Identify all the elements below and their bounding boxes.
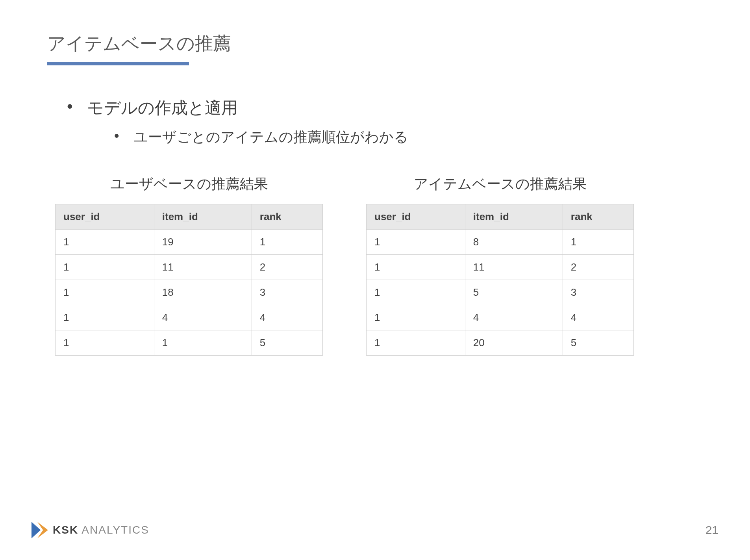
table-cell: 8 [465, 230, 563, 255]
table-row: 1 8 1 [367, 230, 634, 255]
logo-mark-icon [31, 522, 48, 538]
table-cell: 4 [154, 305, 252, 330]
table-block-left: ユーザベースの推薦結果 user_id item_id rank 1 19 1 [55, 174, 323, 356]
table-row: 1 20 5 [367, 330, 634, 356]
slide: アイテムベースの推薦 • モデルの作成と適用 • ユーザごとのアイテムの推薦順位… [0, 0, 750, 560]
bullet-list: • モデルの作成と適用 • ユーザごとのアイテムの推薦順位がわかる [71, 97, 703, 147]
table-row: 1 18 3 [56, 280, 323, 305]
item-based-table: user_id item_id rank 1 8 1 1 11 2 [366, 204, 634, 356]
table-row: 1 4 4 [367, 305, 634, 330]
table-cell: 2 [563, 255, 633, 280]
table-header-cell: item_id [154, 204, 252, 230]
tables-row: ユーザベースの推薦結果 user_id item_id rank 1 19 1 [55, 174, 703, 356]
table-cell: 1 [367, 330, 465, 356]
title-block: アイテムベースの推薦 [47, 32, 703, 65]
bullet-dot-icon: • [114, 128, 119, 144]
table-cell: 4 [252, 305, 322, 330]
table-cell: 4 [563, 305, 633, 330]
table-cell: 1 [367, 230, 465, 255]
table-cell: 2 [252, 255, 322, 280]
table-cell: 4 [465, 305, 563, 330]
table-header-row: user_id item_id rank [367, 204, 634, 230]
footer: KSK ANALYTICS 21 [31, 522, 719, 538]
table-cell: 20 [465, 330, 563, 356]
table-cell: 19 [154, 230, 252, 255]
table-row: 1 19 1 [56, 230, 323, 255]
bullet-text: モデルの作成と適用 [87, 97, 238, 119]
table-cell: 11 [465, 255, 563, 280]
table-cell: 1 [367, 255, 465, 280]
table-header-cell: rank [563, 204, 633, 230]
table-cell: 11 [154, 255, 252, 280]
table-row: 1 4 4 [56, 305, 323, 330]
table-cell: 1 [56, 305, 154, 330]
table-cell: 1 [563, 230, 633, 255]
page-number: 21 [706, 523, 719, 537]
bullet-text: ユーザごとのアイテムの推薦順位がわかる [133, 128, 408, 147]
table-cell: 1 [154, 330, 252, 356]
bullet-level-2: • ユーザごとのアイテムの推薦順位がわかる [114, 128, 703, 147]
table-caption: アイテムベースの推薦結果 [366, 174, 634, 194]
user-based-table: user_id item_id rank 1 19 1 1 11 2 [55, 204, 323, 356]
table-cell: 5 [465, 280, 563, 305]
table-cell: 1 [367, 305, 465, 330]
table-row: 1 11 2 [56, 255, 323, 280]
table-row: 1 5 3 [367, 280, 634, 305]
bullet-dot-icon: • [67, 97, 73, 116]
table-cell: 1 [56, 330, 154, 356]
table-cell: 1 [252, 230, 322, 255]
table-cell: 3 [252, 280, 322, 305]
logo-text-light: ANALYTICS [78, 524, 149, 536]
logo: KSK ANALYTICS [31, 522, 149, 538]
bullet-level-1: • モデルの作成と適用 [71, 97, 703, 119]
table-cell: 1 [56, 255, 154, 280]
table-cell: 3 [563, 280, 633, 305]
table-cell: 1 [56, 230, 154, 255]
table-row: 1 11 2 [367, 255, 634, 280]
table-header-cell: user_id [367, 204, 465, 230]
table-cell: 18 [154, 280, 252, 305]
title-underline [47, 62, 189, 65]
table-cell: 1 [367, 280, 465, 305]
table-cell: 1 [56, 280, 154, 305]
table-caption: ユーザベースの推薦結果 [55, 174, 323, 194]
page-title: アイテムベースの推薦 [47, 32, 703, 56]
table-header-cell: user_id [56, 204, 154, 230]
table-header-row: user_id item_id rank [56, 204, 323, 230]
logo-text-bold: KSK [53, 524, 78, 536]
table-header-cell: item_id [465, 204, 563, 230]
table-cell: 5 [252, 330, 322, 356]
logo-text: KSK ANALYTICS [53, 524, 149, 536]
table-block-right: アイテムベースの推薦結果 user_id item_id rank 1 8 1 [366, 174, 634, 356]
table-header-cell: rank [252, 204, 322, 230]
table-cell: 5 [563, 330, 633, 356]
table-row: 1 1 5 [56, 330, 323, 356]
